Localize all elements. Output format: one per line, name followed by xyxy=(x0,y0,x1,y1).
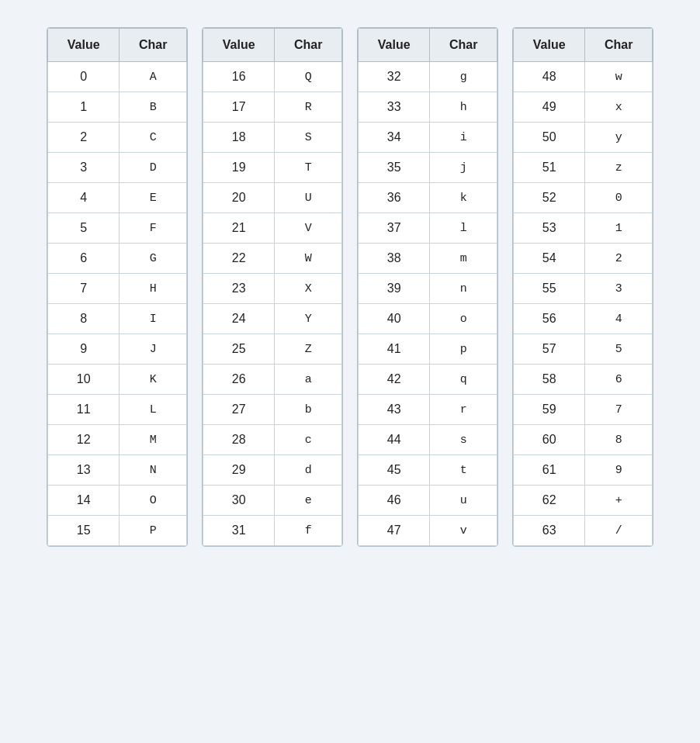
table-row: 41p xyxy=(359,334,497,365)
col-header-value-2: Value xyxy=(203,29,275,62)
table-row: 40o xyxy=(359,304,497,334)
table-row: 586 xyxy=(514,365,653,395)
value-cell: 25 xyxy=(203,334,275,365)
value-cell: 21 xyxy=(203,213,275,244)
value-cell: 1 xyxy=(48,92,120,123)
table-row: 22W xyxy=(203,244,342,274)
table-row: 12M xyxy=(48,425,187,455)
col-header-char-4: Char xyxy=(585,29,653,62)
value-cell: 19 xyxy=(203,153,275,183)
value-cell: 7 xyxy=(48,274,120,304)
char-cell: g xyxy=(430,62,497,92)
value-cell: 6 xyxy=(48,244,120,274)
table-row: 14O xyxy=(48,486,187,516)
value-cell: 63 xyxy=(514,516,585,546)
table-row: 25Z xyxy=(203,334,342,365)
table-row: 4E xyxy=(48,183,187,213)
char-cell: t xyxy=(430,455,497,486)
table-wrapper-3: ValueChar32g33h34i35j36k37l38m39n40o41p4… xyxy=(357,27,498,547)
char-cell: w xyxy=(585,62,653,92)
value-cell: 23 xyxy=(203,274,275,304)
table-row: 19T xyxy=(203,153,342,183)
table-row: 16Q xyxy=(203,62,342,92)
char-cell: F xyxy=(120,213,187,244)
char-cell: d xyxy=(275,455,342,486)
data-table-2: ValueChar16Q17R18S19T20U21V22W23X24Y25Z2… xyxy=(203,28,342,546)
char-cell: z xyxy=(585,153,653,183)
char-cell: D xyxy=(120,153,187,183)
value-cell: 51 xyxy=(514,153,585,183)
char-cell: R xyxy=(275,92,342,123)
char-cell: I xyxy=(120,304,187,334)
table-row: 29d xyxy=(203,455,342,486)
value-cell: 56 xyxy=(514,304,585,334)
table-row: 17R xyxy=(203,92,342,123)
value-cell: 14 xyxy=(48,486,120,516)
char-cell: k xyxy=(430,183,497,213)
value-cell: 22 xyxy=(203,244,275,274)
table-row: 32g xyxy=(359,62,497,92)
value-cell: 8 xyxy=(48,304,120,334)
value-cell: 46 xyxy=(359,486,430,516)
value-cell: 41 xyxy=(359,334,430,365)
char-cell: s xyxy=(430,425,497,455)
data-table-3: ValueChar32g33h34i35j36k37l38m39n40o41p4… xyxy=(358,28,497,546)
char-cell: Q xyxy=(275,62,342,92)
char-cell: r xyxy=(430,395,497,425)
table-row: 31f xyxy=(203,516,342,546)
table-row: 23X xyxy=(203,274,342,304)
char-cell: n xyxy=(430,274,497,304)
value-cell: 55 xyxy=(514,274,585,304)
char-cell: o xyxy=(430,304,497,334)
table-row: 18S xyxy=(203,123,342,153)
col-header-value-4: Value xyxy=(514,29,585,62)
value-cell: 45 xyxy=(359,455,430,486)
value-cell: 54 xyxy=(514,244,585,274)
char-cell: 0 xyxy=(585,183,653,213)
value-cell: 32 xyxy=(359,62,430,92)
table-row: 35j xyxy=(359,153,497,183)
value-cell: 12 xyxy=(48,425,120,455)
char-cell: H xyxy=(120,274,187,304)
char-cell: m xyxy=(430,244,497,274)
value-cell: 0 xyxy=(48,62,120,92)
value-cell: 48 xyxy=(514,62,585,92)
table-row: 34i xyxy=(359,123,497,153)
char-cell: 4 xyxy=(585,304,653,334)
value-cell: 62 xyxy=(514,486,585,516)
char-cell: q xyxy=(430,365,497,395)
table-row: 2C xyxy=(48,123,187,153)
value-cell: 40 xyxy=(359,304,430,334)
value-cell: 18 xyxy=(203,123,275,153)
table-row: 619 xyxy=(514,455,653,486)
table-row: 9J xyxy=(48,334,187,365)
value-cell: 17 xyxy=(203,92,275,123)
table-row: 45t xyxy=(359,455,497,486)
char-cell: v xyxy=(430,516,497,546)
value-cell: 38 xyxy=(359,244,430,274)
char-cell: u xyxy=(430,486,497,516)
data-table-1: ValueChar0A1B2C3D4E5F6G7H8I9J10K11L12M13… xyxy=(47,28,187,546)
char-cell: M xyxy=(120,425,187,455)
table-row: 42q xyxy=(359,365,497,395)
value-cell: 28 xyxy=(203,425,275,455)
col-header-char-1: Char xyxy=(120,29,187,62)
char-cell: U xyxy=(275,183,342,213)
value-cell: 47 xyxy=(359,516,430,546)
table-row: 0A xyxy=(48,62,187,92)
char-cell: P xyxy=(120,516,187,546)
table-row: 608 xyxy=(514,425,653,455)
table-row: 3D xyxy=(48,153,187,183)
char-cell: Z xyxy=(275,334,342,365)
char-cell: e xyxy=(275,486,342,516)
table-row: 24Y xyxy=(203,304,342,334)
table-row: 44s xyxy=(359,425,497,455)
char-cell: + xyxy=(585,486,653,516)
table-row: 6G xyxy=(48,244,187,274)
char-cell: N xyxy=(120,455,187,486)
value-cell: 42 xyxy=(359,365,430,395)
char-cell: Y xyxy=(275,304,342,334)
table-row: 50y xyxy=(514,123,653,153)
table-wrapper-2: ValueChar16Q17R18S19T20U21V22W23X24Y25Z2… xyxy=(202,27,343,547)
value-cell: 35 xyxy=(359,153,430,183)
